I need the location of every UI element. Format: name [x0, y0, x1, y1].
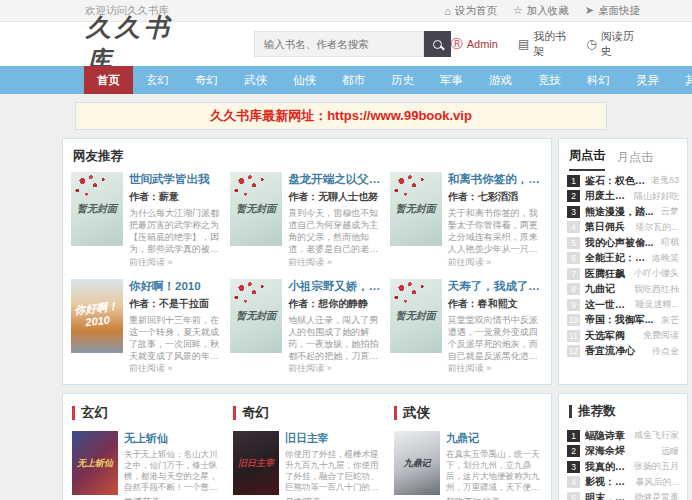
- rank-list-item[interactable]: 2 用废土世界的... 隔山好好吃: [559, 189, 687, 205]
- nav-item-lishi[interactable]: 历史: [378, 66, 427, 94]
- desktop-shortcut-link[interactable]: ➤ 桌面快捷: [585, 4, 640, 18]
- book-desc: 你使用了外挂，棍棒术提升九百九十九层，你使用了外挂，融合了巨蛇功、巨熊功等一百八…: [285, 449, 381, 493]
- rank-badge: 7: [567, 268, 580, 280]
- book-cover[interactable]: 暂无封面: [390, 172, 442, 246]
- rank-list-item[interactable]: 4 第日佣兵 塔尔瓦的...: [559, 220, 687, 236]
- nav-item-xianxia[interactable]: 仙侠: [280, 66, 329, 94]
- rank-badge: 6: [567, 252, 580, 264]
- book-author: 作者：七彩滔滔: [448, 190, 543, 204]
- nav-item-lingyi[interactable]: 灵异: [623, 66, 672, 94]
- nav-item-wuxia[interactable]: 武侠: [231, 66, 280, 94]
- read-more-link[interactable]: 前往阅读 »: [129, 256, 224, 269]
- rank-list-item[interactable]: 8 九曲记 我吃西红柿: [559, 282, 687, 298]
- search-box: [254, 31, 451, 57]
- book-title-link[interactable]: 九鼎记: [446, 431, 542, 446]
- book-title-link[interactable]: 你好啊！2010: [129, 279, 224, 294]
- book-title: 医腾狂飙: [585, 267, 630, 281]
- set-homepage-link[interactable]: ⌂ 设为首页: [444, 4, 497, 18]
- book-title: 第日佣兵: [585, 220, 631, 234]
- search-input[interactable]: [254, 31, 424, 57]
- rank-list-item[interactable]: 2 深海余烬 远瞳: [559, 444, 687, 460]
- nav-item-dushi[interactable]: 都市: [329, 66, 378, 94]
- book-cover[interactable]: 暂无封面: [230, 172, 282, 246]
- book-cover[interactable]: 无上斩仙: [72, 431, 118, 495]
- nav-item-home[interactable]: 首页: [84, 66, 133, 94]
- nav-item-kehuan[interactable]: 科幻: [574, 66, 623, 94]
- rank-accent-bar: [569, 405, 572, 418]
- rank-list-item[interactable]: 5 我的心声被偷... 暗棋: [559, 235, 687, 251]
- book-title: 用废土世界的...: [585, 189, 630, 203]
- rank-list-item[interactable]: 4 影视：从我的... 暴风后的...: [559, 475, 687, 491]
- nav-item-qita[interactable]: 其他: [672, 66, 692, 94]
- book-cover[interactable]: 暂无封面: [230, 279, 282, 353]
- nav-item-jingji[interactable]: 竞技: [525, 66, 574, 94]
- book-title-link[interactable]: 无上斩仙: [124, 431, 220, 446]
- rank-badge: 8: [567, 283, 580, 295]
- admin-account-link[interactable]: Ⓡ Admin: [451, 29, 498, 59]
- featured-book: 旧日主宰 旧日主宰 你使用了外挂，棍棒术提升九百九十九层，你使用了外挂，融合了巨…: [233, 431, 381, 500]
- book-cover[interactable]: 旧日主宰: [233, 431, 279, 495]
- nav-item-qihuan[interactable]: 奇幻: [182, 66, 231, 94]
- nav-item-xuanhuan[interactable]: 玄幻: [133, 66, 182, 94]
- rank-badge: 5: [567, 237, 580, 249]
- book-author: 作者：不是干拉面: [129, 297, 224, 311]
- book-author: 作者：薪意: [129, 190, 224, 204]
- rank-list-item[interactable]: 3 我真的控制不... 张扬的五月: [559, 459, 687, 475]
- book-title-link[interactable]: 和离书你签的，我...: [448, 172, 543, 187]
- book-title: 蝠隐诗章: [585, 429, 630, 443]
- read-more-link[interactable]: 前往阅读 »: [288, 362, 383, 375]
- rank-list-item[interactable]: 3 熊途漫漫，踏... 云梦: [559, 204, 687, 220]
- search-button[interactable]: [424, 31, 451, 57]
- book-author: 梦溪苻著: [124, 496, 220, 500]
- book-cover[interactable]: 暂无封面: [390, 279, 442, 353]
- book-title-link[interactable]: 天寿了，我成了四...: [448, 279, 543, 294]
- site-header: 久久书库 Ⓡ Admin ▤ 我的书架 ◷ 阅读历史: [0, 22, 692, 66]
- book-author: 我吃西红柿: [634, 283, 679, 296]
- rank-list-item[interactable]: 6 全能王妃：她... 洛晚笑: [559, 251, 687, 267]
- rank-badge: 3: [567, 461, 580, 473]
- rank-badge: 5: [567, 492, 580, 500]
- read-more-link[interactable]: 前往阅读 »: [288, 256, 383, 269]
- cover-label: 暂无封面: [396, 203, 436, 215]
- add-favorite-link[interactable]: ☆ 加入收藏: [513, 4, 569, 18]
- book-desc: 关于无上斩仙：名山大川之中，仙门万千，修士纵横，都港与天空的之星，自然手段不断！…: [124, 449, 220, 493]
- read-more-link[interactable]: 前往阅读 »: [448, 362, 543, 375]
- rank-list-item[interactable]: 10 帝国：我御军... 灰芒: [559, 313, 687, 329]
- recommend-cards: 暂无封面 世间武学皆出我 作者：薪意 为什么每大江湖门派都把最厉害的武学称之为【…: [63, 170, 551, 384]
- rank-list-item[interactable]: 7 医腾狂飙 小吖小馒头: [559, 266, 687, 282]
- rank-badge: 9: [567, 299, 580, 311]
- book-desc: 莫堂堂双向情书中反派遭遇，一觉意外变成四个反派早死的炮灰，而自己就是反派黑化道路…: [448, 314, 543, 363]
- book-title-link[interactable]: 小祖宗野又娇，池...: [288, 279, 383, 294]
- shortcut-icon: ➤: [585, 4, 594, 17]
- book-cover[interactable]: 暂无封面: [71, 172, 123, 246]
- book-cover[interactable]: 九鼎记: [394, 431, 440, 495]
- section-header: 奇幻: [233, 404, 381, 422]
- book-title-link[interactable]: 旧日主宰: [285, 431, 381, 446]
- rank-list-item[interactable]: 5 明末，从悠悠... 稳健是常事: [559, 490, 687, 500]
- rank-list-item[interactable]: 1 蝠隐诗章 咸鱼飞行家: [559, 428, 687, 444]
- book-title-link[interactable]: 世间武学皆出我: [129, 172, 224, 187]
- latest-url-banner[interactable]: 久久书库最新网址：https://www.99book.vip: [75, 102, 607, 130]
- rank-list-item[interactable]: 12 香宜流净心 伶点金: [559, 344, 687, 360]
- rank-badge: 12: [567, 345, 580, 357]
- book-card: 暂无封面 世间武学皆出我 作者：薪意 为什么每大江湖门派都把最厉害的武学称之为【…: [71, 172, 224, 269]
- nav-item-junshi[interactable]: 军事: [427, 66, 476, 94]
- rank-list-item[interactable]: 9 这一世，恋蝶... 睡觉迷糊...: [559, 297, 687, 313]
- book-title: 鉴石：权色人生: [585, 174, 647, 188]
- book-cover[interactable]: 你好啊！2010: [71, 279, 123, 353]
- rank-list-item[interactable]: 1 鉴石：权色人生 老鬼63: [559, 173, 687, 189]
- reading-history-link[interactable]: ◷ 阅读历史: [586, 29, 634, 59]
- tab-week-click[interactable]: 周点击: [569, 147, 605, 171]
- book-desc: 直到今天，雷穆也不知道自己为何穿越成为主角的父亲，然而他知道，老婆是自己的老婆，…: [288, 207, 383, 256]
- read-more-link[interactable]: 前往阅读 »: [129, 362, 224, 375]
- rank-list-item[interactable]: 11 天选军阀 免费阅读: [559, 328, 687, 344]
- read-more-link[interactable]: 前往阅读 »: [448, 256, 543, 269]
- book-title-link[interactable]: 盘龙开端之以父之名: [288, 172, 383, 187]
- section-wuxia: 武侠 九鼎记 九鼎记 在真实五帝禹山，统一天下，划分九州，立九鼎后，这片大地便被…: [394, 404, 542, 500]
- book-title: 全能王妃：她...: [585, 251, 648, 265]
- nav-item-youxi[interactable]: 游戏: [476, 66, 525, 94]
- tab-month-click[interactable]: 月点击: [617, 149, 653, 171]
- book-desc: 在真实五帝禹山，统一天下，划分九州，立九鼎后，这片大地便被称为九州，万里疆域，天…: [446, 449, 542, 493]
- my-bookshelf-link[interactable]: ▤ 我的书架: [518, 29, 566, 59]
- section-accent-bar: [72, 406, 75, 420]
